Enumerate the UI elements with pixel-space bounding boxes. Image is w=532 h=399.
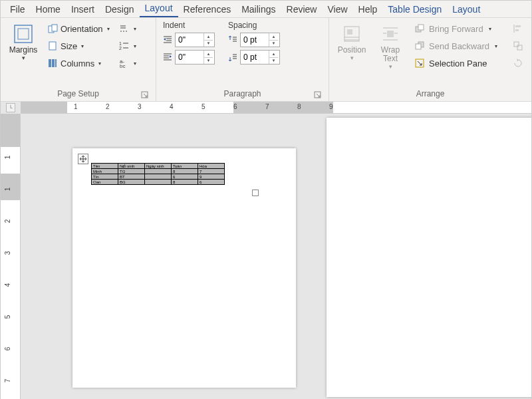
table-resize-handle[interactable] [252, 190, 259, 196]
tab-mailings[interactable]: Mailings [236, 2, 281, 17]
dialog-launcher-paragraph[interactable] [314, 91, 322, 99]
orientation-button[interactable]: Orientation ▾ [45, 21, 112, 37]
size-label: Size [61, 41, 77, 51]
spin-down[interactable]: ▼ [269, 41, 278, 47]
spin-down[interactable]: ▼ [204, 41, 213, 47]
ribbon: Margins ▾ Orientation ▾ Size ▾ [1, 18, 531, 102]
size-button[interactable]: Size ▾ [45, 38, 112, 54]
chevron-down-icon: ▾ [489, 26, 491, 32]
ruler-number: 5 [4, 315, 11, 319]
indent-header: Indent [162, 21, 215, 30]
table-cell[interactable]: Minh [92, 169, 118, 174]
spin-up[interactable]: ▲ [269, 33, 278, 41]
tab-references[interactable]: References [178, 2, 237, 17]
table-cell[interactable]: 7 [198, 169, 225, 174]
ruler-number: 1 [74, 103, 78, 110]
indent-left-spinner[interactable]: ▲▼ [175, 33, 215, 47]
columns-label: Columns [61, 59, 94, 68]
table-cell[interactable] [145, 169, 172, 174]
table-header-cell[interactable]: Tên [92, 164, 118, 169]
spacing-before-spinner[interactable]: ▲▼ [240, 33, 280, 47]
indent-right-input[interactable] [176, 51, 203, 64]
spin-up[interactable]: ▲ [204, 51, 213, 58]
spin-down[interactable]: ▼ [204, 58, 213, 65]
selection-pane-icon [414, 58, 425, 68]
ruler-number: 7 [265, 103, 269, 110]
ruler-number: 7 [4, 379, 11, 383]
line-numbers-button[interactable]: 12 ▾ [116, 38, 135, 54]
tab-table-design[interactable]: Table Design [382, 2, 447, 17]
ruler-number: 4 [170, 103, 174, 110]
tab-file[interactable]: File [5, 2, 31, 17]
tab-view[interactable]: View [322, 2, 352, 17]
table-header-cell[interactable]: Ngày sinh [145, 164, 172, 169]
table-cell[interactable]: BG [118, 180, 145, 185]
table-cell[interactable]: TG [118, 169, 145, 174]
rotate-icon [513, 58, 523, 68]
columns-button[interactable]: Columns ▾ [45, 55, 112, 71]
tab-layout[interactable]: Layout [140, 1, 178, 17]
svg-rect-1 [18, 29, 29, 39]
breaks-icon [119, 23, 130, 34]
spacing-after-spinner[interactable]: ▲▼ [240, 50, 280, 65]
spin-up[interactable]: ▲ [269, 51, 278, 58]
document-table[interactable]: TênNơi sinhNgày sinhToánHóaMinhTG87TínBT… [91, 163, 225, 185]
spacing-after-icon [227, 51, 239, 63]
table-cell[interactable]: 6 [198, 180, 225, 185]
orientation-label: Orientation [61, 24, 103, 34]
table-cell[interactable]: 6 [172, 174, 198, 180]
svg-rect-48 [515, 25, 521, 27]
tab-review[interactable]: Review [281, 2, 323, 17]
table-cell[interactable]: 8 [172, 180, 198, 185]
tab-help[interactable]: Help [353, 2, 383, 17]
ruler-number: 8 [297, 103, 301, 110]
table-cell[interactable]: 8 [172, 169, 198, 174]
ruler-vertical[interactable]: 11234567 [1, 114, 21, 399]
margins-icon [13, 23, 34, 45]
svg-rect-3 [52, 25, 57, 31]
indent-right-spinner[interactable]: ▲▼ [175, 50, 215, 65]
spacing-after-input[interactable] [241, 51, 269, 64]
document-canvas[interactable]: TênNơi sinhNgày sinhToánHóaMinhTG87TínBT… [21, 114, 531, 399]
spacing-before-input[interactable] [241, 33, 269, 47]
spin-down[interactable]: ▼ [269, 58, 278, 65]
dialog-launcher-page-setup[interactable] [141, 91, 149, 99]
svg-rect-34 [347, 29, 352, 35]
tab-selector[interactable]: └ [6, 103, 15, 112]
table-header-cell[interactable]: Hóa [198, 164, 225, 169]
table-cell[interactable] [145, 174, 172, 180]
margins-button[interactable]: Margins ▾ [6, 21, 41, 71]
spin-up[interactable]: ▲ [204, 33, 213, 41]
group-icon [513, 41, 523, 51]
table-header-cell[interactable]: Nơi sinh [118, 164, 145, 169]
ruler-number: 1 [4, 188, 11, 192]
tab-home[interactable]: Home [31, 2, 66, 17]
position-icon [341, 23, 362, 45]
bring-forward-button: Bring Forward ▾ [412, 21, 505, 37]
ruler-horizontal[interactable]: └ 123456789 [21, 102, 531, 114]
svg-rect-49 [515, 29, 519, 31]
svg-rect-4 [49, 42, 56, 50]
columns-icon [47, 58, 58, 68]
tab-table-layout[interactable]: Layout [447, 2, 485, 17]
table-cell[interactable] [145, 180, 172, 185]
margins-label: Margins [9, 46, 38, 55]
table-cell[interactable]: 9 [198, 174, 225, 180]
rotate-button [510, 55, 525, 71]
hyphenation-button[interactable]: a-bc ▾ [116, 55, 135, 71]
tab-design[interactable]: Design [100, 2, 140, 17]
ribbon-tabs: File Home Insert Design Layout Reference… [1, 1, 531, 18]
table-cell[interactable]: Oan [92, 180, 118, 185]
table-header-cell[interactable]: Toán [172, 164, 198, 169]
table-cell[interactable]: BT [118, 174, 145, 180]
indent-left-input[interactable] [176, 33, 203, 47]
position-label: Position [338, 46, 366, 55]
table-move-handle[interactable] [78, 154, 88, 164]
breaks-button[interactable]: ▾ [116, 21, 135, 37]
tab-insert[interactable]: Insert [66, 2, 100, 17]
line-numbers-icon: 12 [119, 41, 130, 51]
ruler-number: 1 [4, 156, 11, 160]
table-cell[interactable]: Tín [92, 174, 118, 180]
spacing-header: Spacing [227, 21, 280, 30]
selection-pane-button[interactable]: Selection Pane [412, 55, 505, 71]
